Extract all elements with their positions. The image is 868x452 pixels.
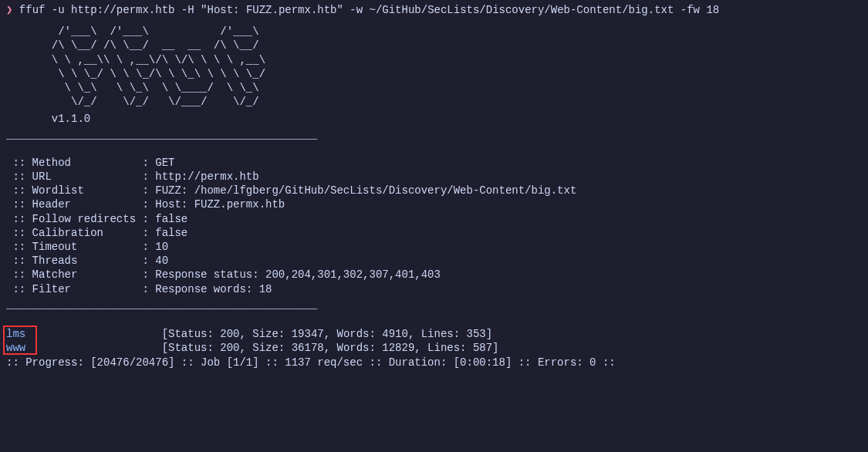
progress-line: :: Progress: [20476/20476] :: Job [1/1] … xyxy=(6,356,862,369)
config-line-8: :: Matcher : Response status: 200,204,30… xyxy=(6,268,862,282)
config-line-7: :: Threads : 40 xyxy=(6,254,862,268)
result-stats: [Status: 200, Size: 19347, Words: 4910, … xyxy=(25,328,492,340)
blank-line-2 xyxy=(6,312,862,326)
version-line: v1.1.0 xyxy=(6,112,862,126)
divider-bottom: ________________________________________… xyxy=(6,298,862,312)
result-stats: [Status: 200, Size: 36178, Words: 12829,… xyxy=(25,342,498,354)
result-name: lms xyxy=(6,328,25,340)
config-line-1: :: URL : http://permx.htb xyxy=(6,170,862,184)
command-line: ❯ ffuf -u http://permx.htb -H "Host: FUZ… xyxy=(6,3,862,17)
config-line-5: :: Calibration : false xyxy=(6,226,862,240)
config-line-6: :: Timeout : 10 xyxy=(6,240,862,254)
config-line-3: :: Header : Host: FUZZ.permx.htb xyxy=(6,197,862,211)
blank-line xyxy=(6,142,862,156)
divider-top: ________________________________________… xyxy=(6,128,862,142)
result-row: www [Status: 200, Size: 36178, Words: 12… xyxy=(6,341,862,355)
ascii-banner: /'___\ /'___\ /'___\ /\ \__/ /\ \__/ __ … xyxy=(6,25,862,109)
config-block: :: Method : GET :: URL : http://permx.ht… xyxy=(6,156,862,296)
config-line-0: :: Method : GET xyxy=(6,156,862,170)
config-line-4: :: Follow redirects : false xyxy=(6,212,862,226)
config-line-9: :: Filter : Response words: 18 xyxy=(6,282,862,296)
config-line-2: :: Wordlist : FUZZ: /home/lfgberg/GitHub… xyxy=(6,184,862,197)
result-row: lms [Status: 200, Size: 19347, Words: 49… xyxy=(6,327,862,341)
command-text: ffuf -u http://permx.htb -H "Host: FUZZ.… xyxy=(12,4,719,16)
results-block: lms [Status: 200, Size: 19347, Words: 49… xyxy=(6,327,862,355)
result-name: www xyxy=(6,342,25,354)
